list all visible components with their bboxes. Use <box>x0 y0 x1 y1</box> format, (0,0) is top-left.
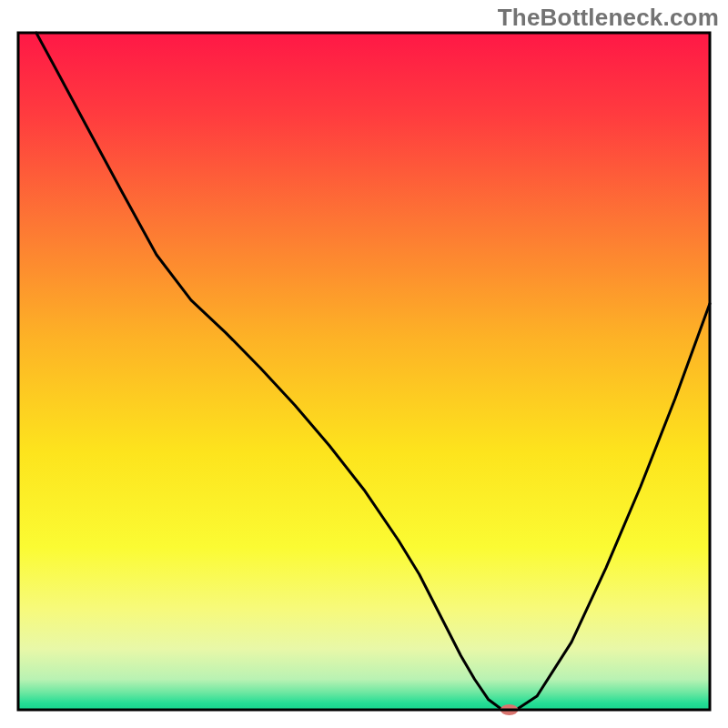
bottleneck-chart <box>0 0 728 728</box>
chart-container: TheBottleneck.com <box>0 0 728 728</box>
chart-background <box>18 33 710 710</box>
watermark-text: TheBottleneck.com <box>498 4 719 32</box>
